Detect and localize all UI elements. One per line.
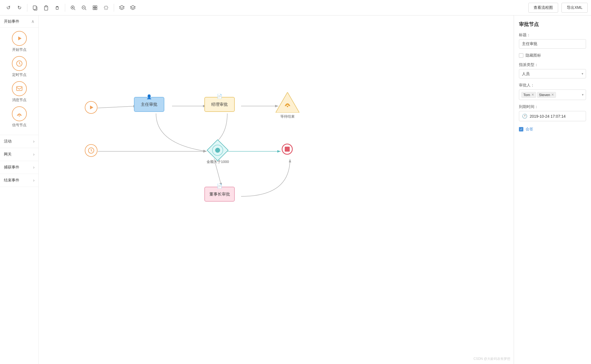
assign-type-select[interactable]: 人员 角色 部门	[519, 69, 586, 78]
node-start1[interactable]	[85, 101, 97, 114]
node-end[interactable]	[282, 144, 293, 155]
approvers-dropdown-icon: ▾	[582, 93, 584, 97]
fit-button[interactable]	[90, 3, 100, 13]
approver-tag-tom: Tom ✕	[521, 92, 536, 98]
sidebar-section-start-events[interactable]: 开始事件 ∧	[0, 15, 38, 28]
view-flow-button[interactable]: 查看流程图	[528, 3, 558, 13]
svg-point-29	[19, 115, 20, 117]
sidebar-item-message[interactable]: 消息节点	[12, 81, 27, 102]
svg-line-23	[104, 9, 105, 9]
divider3	[114, 4, 114, 12]
due-time-field: 到期时间： 🕐 2019-10-24 17:07:14	[519, 104, 586, 121]
chevron-right-icon4: ›	[33, 178, 35, 183]
signal-node-icon	[12, 106, 27, 121]
datetime-box[interactable]: 🕐 2019-10-24 17:07:14	[519, 111, 586, 121]
approver-steven-close[interactable]: ✕	[551, 93, 554, 97]
sidebar-section-catch[interactable]: 捕获事件 ›	[0, 161, 38, 174]
start-node-label: 开始节点	[12, 47, 27, 52]
sidebar-item-signal[interactable]: 信号节点	[12, 106, 27, 128]
svg-line-22	[107, 6, 108, 7]
catch-label: 捕获事件	[4, 165, 19, 170]
svg-rect-1	[33, 6, 36, 9]
node-gateway[interactable]: 金额大于1000	[207, 143, 229, 164]
approve3-rect: 📄 董事长审批	[204, 187, 235, 202]
delete-button[interactable]	[52, 3, 62, 13]
signal-node-label: 信号节点	[12, 123, 27, 128]
gateway-label: 网关	[4, 152, 12, 157]
assign-type-label: 指派类型：	[519, 62, 586, 67]
datetime-value: 2019-10-24 17:07:14	[530, 114, 566, 118]
countersign-checkbox[interactable]: ✓	[519, 127, 523, 131]
sidebar-item-start[interactable]: 开始节点	[12, 31, 27, 52]
sidebar-section-activities[interactable]: 活动 ›	[0, 135, 38, 148]
svg-rect-15	[95, 8, 97, 10]
due-time-label: 到期时间：	[519, 104, 586, 109]
end-label: 结束事件	[4, 178, 19, 183]
divider2	[65, 4, 65, 12]
approve1-label: 主任审批	[141, 102, 157, 107]
user-icon1: 👤	[146, 94, 152, 99]
assign-type-select-wrapper: 人员 角色 部门 ▾	[519, 69, 586, 78]
watermark: CSDN @大龄码农有梦想	[473, 357, 510, 361]
zoom-out-button[interactable]	[79, 3, 89, 13]
right-panel: 审批节点 标题： 隐藏图标 指派类型： 人员 角色 部门 ▾ 审批	[514, 15, 591, 364]
title-input[interactable]	[519, 39, 586, 49]
svg-rect-4	[56, 7, 58, 9]
hide-icon-row: 隐藏图标	[519, 53, 586, 58]
approver-label: 审批人：	[519, 83, 586, 88]
node-approve3[interactable]: 📄 董事长审批	[204, 187, 235, 202]
svg-line-27	[19, 64, 20, 64]
svg-rect-14	[93, 8, 95, 10]
sidebar: 开始事件 ∧ 开始节点 定时节点	[0, 15, 39, 364]
sidebar-section-gateway[interactable]: 网关 ›	[0, 148, 38, 161]
section-start-label: 开始事件	[4, 19, 19, 24]
approvers-box[interactable]: Tom ✕ Steven ✕ ▾	[519, 89, 586, 100]
paste-button[interactable]	[41, 3, 51, 13]
sidebar-start-items: 开始节点 定时节点 消息节点	[0, 28, 38, 135]
node-approve2[interactable]: 📄 经理审批	[204, 97, 235, 112]
svg-line-20	[104, 6, 105, 7]
svg-point-40	[287, 106, 288, 107]
message-node-icon	[12, 81, 27, 96]
start-node-icon	[12, 31, 27, 46]
layer1-button[interactable]	[117, 3, 127, 13]
node-wait[interactable]: 等待结束	[276, 92, 299, 119]
redo-button[interactable]: ↻	[14, 3, 24, 13]
title-label: 标题：	[519, 33, 586, 38]
svg-line-10	[85, 9, 86, 10]
approver-tom-close[interactable]: ✕	[531, 93, 534, 97]
chevron-right-icon3: ›	[33, 165, 35, 170]
clock-circle-icon	[85, 144, 97, 157]
canvas[interactable]: 👤 主任审批 📄 经理审批	[39, 15, 514, 364]
export-xml-button[interactable]: 导出XML	[561, 3, 588, 13]
zoom-in-button[interactable]	[68, 3, 78, 13]
sidebar-section-end[interactable]: 结束事件 ›	[0, 174, 38, 187]
copy-button[interactable]	[30, 3, 40, 13]
clock-icon: 🕐	[522, 114, 527, 119]
approver-steven-name: Steven	[539, 93, 550, 97]
undo-button[interactable]: ↺	[3, 3, 13, 13]
timer-node-label: 定时节点	[12, 72, 27, 77]
svg-line-43	[91, 151, 92, 151]
node-approve1[interactable]: 👤 主任审批	[134, 97, 164, 112]
divider1	[27, 4, 27, 12]
node-start2[interactable]	[85, 144, 97, 157]
sidebar-item-timer[interactable]: 定时节点	[12, 56, 27, 77]
approve3-label: 董事长审批	[209, 192, 230, 197]
magic-button[interactable]	[101, 3, 111, 13]
arrows-svg	[39, 15, 514, 364]
toolbar: ↺ ↻ 查看流程图 导出XML	[0, 0, 591, 15]
approve2-rect: 📄 经理审批	[204, 97, 235, 112]
svg-rect-12	[93, 6, 95, 7]
hide-icon-checkbox[interactable]	[519, 53, 523, 58]
message-node-label: 消息节点	[12, 97, 27, 102]
activities-label: 活动	[4, 139, 12, 144]
svg-rect-28	[17, 86, 22, 91]
approver-tom-name: Tom	[523, 93, 530, 97]
doc-icon1: 📄	[217, 94, 222, 99]
layer2-button[interactable]	[128, 3, 138, 13]
check-icon: ✓	[520, 128, 523, 131]
approve2-label: 经理审批	[211, 102, 228, 107]
svg-line-6	[74, 9, 75, 10]
doc-icon2: 📄	[217, 183, 222, 189]
